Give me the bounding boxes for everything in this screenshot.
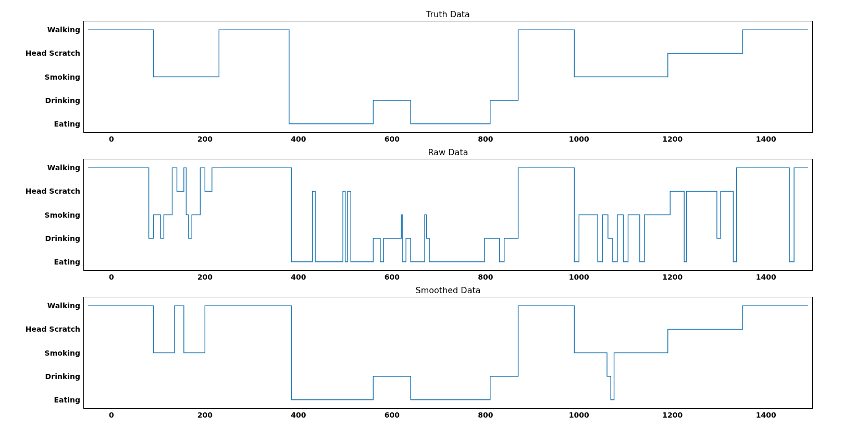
xtick-label: 1000 bbox=[569, 409, 589, 419]
ytick-label: Smoking bbox=[45, 211, 83, 219]
ytick-label: Drinking bbox=[45, 96, 83, 105]
xtick-label: 200 bbox=[197, 271, 213, 281]
subplot-2: Smoothed DataEatingDrinkingSmokingHead S… bbox=[83, 297, 813, 409]
xtick-label: 0 bbox=[109, 271, 114, 281]
ytick-label: Smoking bbox=[45, 73, 83, 81]
ytick-label: Drinking bbox=[45, 372, 83, 381]
xtick-label: 1400 bbox=[756, 271, 776, 281]
xtick-label: 1000 bbox=[569, 133, 589, 143]
ytick-label: Eating bbox=[54, 396, 84, 404]
subplot-1: Raw DataEatingDrinkingSmokingHead Scratc… bbox=[83, 159, 813, 271]
xtick-label: 800 bbox=[478, 409, 493, 419]
xtick-label: 1400 bbox=[756, 409, 776, 419]
data-line bbox=[83, 21, 813, 133]
ytick-label: Eating bbox=[54, 120, 84, 128]
xtick-label: 200 bbox=[197, 133, 213, 143]
figure: Truth DataEatingDrinkingSmokingHead Scra… bbox=[5, 5, 863, 423]
ytick-label: Drinking bbox=[45, 234, 83, 243]
data-line bbox=[83, 159, 813, 271]
ytick-label: Eating bbox=[54, 258, 84, 266]
xtick-label: 600 bbox=[385, 133, 400, 143]
ytick-label: Head Scratch bbox=[26, 187, 83, 195]
xtick-label: 400 bbox=[291, 133, 306, 143]
subplot-title: Truth Data bbox=[83, 9, 813, 19]
ytick-label: Walking bbox=[47, 163, 83, 172]
xtick-label: 400 bbox=[291, 409, 306, 419]
xtick-label: 600 bbox=[385, 409, 400, 419]
xtick-label: 1400 bbox=[756, 133, 776, 143]
xtick-label: 1000 bbox=[569, 271, 589, 281]
ytick-label: Head Scratch bbox=[26, 325, 83, 333]
subplot-title: Smoothed Data bbox=[83, 285, 813, 295]
ytick-label: Smoking bbox=[45, 349, 83, 357]
xtick-label: 1200 bbox=[662, 409, 683, 419]
ytick-label: Walking bbox=[47, 26, 83, 34]
xtick-label: 200 bbox=[197, 409, 213, 419]
subplot-0: Truth DataEatingDrinkingSmokingHead Scra… bbox=[83, 21, 813, 133]
xtick-label: 800 bbox=[478, 271, 493, 281]
xtick-label: 1200 bbox=[662, 271, 683, 281]
xtick-label: 400 bbox=[291, 271, 306, 281]
xtick-label: 800 bbox=[478, 133, 493, 143]
xtick-label: 1200 bbox=[662, 133, 683, 143]
xtick-label: 600 bbox=[385, 271, 400, 281]
xtick-label: 0 bbox=[109, 409, 114, 419]
xtick-label: 0 bbox=[109, 133, 114, 143]
ytick-label: Head Scratch bbox=[26, 49, 83, 57]
ytick-label: Walking bbox=[47, 301, 83, 310]
subplot-title: Raw Data bbox=[83, 147, 813, 157]
data-line bbox=[83, 297, 813, 409]
